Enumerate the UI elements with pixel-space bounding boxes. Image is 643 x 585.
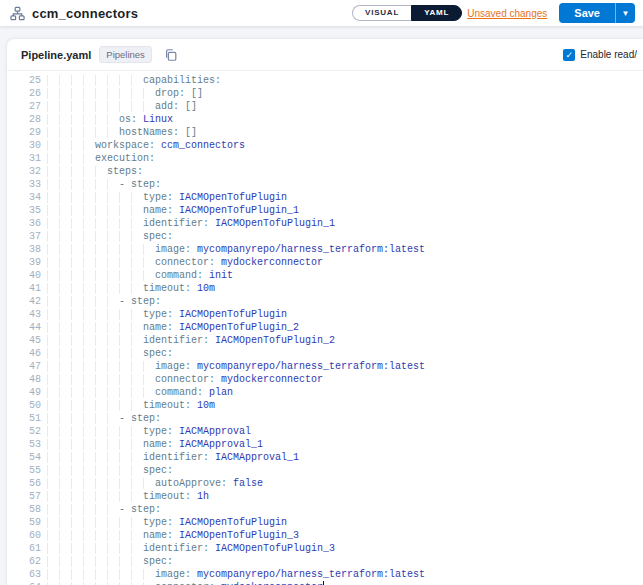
code-line[interactable]: 42 - step: [7,295,643,308]
enable-edit-checkbox[interactable]: ✓ [563,49,575,61]
code-line[interactable]: 28 os: Linux [7,113,643,126]
code-line[interactable]: 61 identifier: IACMOpenTofuPlugin_3 [7,542,643,555]
code-line[interactable]: 48 connector: mydockerconnector [7,373,643,386]
visual-toggle-button[interactable]: VISUAL [352,5,411,21]
code-text[interactable]: drop: [] [47,87,643,100]
line-number[interactable]: 37 [7,230,47,243]
code-line[interactable]: 60 name: IACMOpenTofuPlugin_3 [7,529,643,542]
line-number[interactable]: 45 [7,334,47,347]
line-number[interactable]: 34 [7,191,47,204]
code-text[interactable]: identifier: IACMApproval_1 [47,451,643,464]
code-line[interactable]: 35 name: IACMOpenTofuPlugin_1 [7,204,643,217]
code-text[interactable]: - step: [47,295,643,308]
code-line[interactable]: 33 - step: [7,178,643,191]
code-text[interactable]: workspace: ccm_connectors [47,139,643,152]
code-text[interactable]: - step: [47,503,643,516]
line-number[interactable]: 59 [7,516,47,529]
code-text[interactable]: identifier: IACMOpenTofuPlugin_2 [47,334,643,347]
code-text[interactable]: autoApprove: false [47,477,643,490]
code-text[interactable]: identifier: IACMOpenTofuPlugin_3 [47,542,643,555]
code-text[interactable]: identifier: IACMOpenTofuPlugin_1 [47,217,643,230]
line-number[interactable]: 57 [7,490,47,503]
line-number[interactable]: 54 [7,451,47,464]
code-text[interactable]: image: mycompanyrepo/harness_terraform:l… [47,360,643,373]
line-number[interactable]: 44 [7,321,47,334]
code-line[interactable]: 50 timeout: 10m [7,399,643,412]
code-line[interactable]: 34 type: IACMOpenTofuPlugin [7,191,643,204]
entity-type-badge[interactable]: Pipelines [99,46,152,63]
line-number[interactable]: 50 [7,399,47,412]
code-text[interactable]: timeout: 10m [47,399,643,412]
code-text[interactable]: type: IACMApproval [47,425,643,438]
code-text[interactable]: spec: [47,555,643,568]
line-number[interactable]: 41 [7,282,47,295]
line-number[interactable]: 27 [7,100,47,113]
line-number[interactable]: 39 [7,256,47,269]
code-text[interactable]: hostNames: [] [47,126,643,139]
code-text[interactable]: steps: [47,165,643,178]
line-number[interactable]: 46 [7,347,47,360]
code-text[interactable]: add: [] [47,100,643,113]
line-number[interactable]: 25 [7,74,47,87]
code-text[interactable]: image: mycompanyrepo/harness_terraform:l… [47,568,643,581]
line-number[interactable]: 60 [7,529,47,542]
line-number[interactable]: 49 [7,386,47,399]
code-text[interactable]: execution: [47,152,643,165]
code-text[interactable]: type: IACMOpenTofuPlugin [47,308,643,321]
code-text[interactable]: spec: [47,464,643,477]
code-line[interactable]: 25 capabilities: [7,74,643,87]
line-number[interactable]: 63 [7,568,47,581]
code-line[interactable]: 49 command: plan [7,386,643,399]
code-text[interactable]: - step: [47,412,643,425]
code-line[interactable]: 55 spec: [7,464,643,477]
code-line[interactable]: 40 command: init [7,269,643,282]
code-text[interactable]: connector: mydockerconnector [47,256,643,269]
code-line[interactable]: 27 add: [] [7,100,643,113]
line-number[interactable]: 64 [7,581,47,585]
yaml-toggle-button[interactable]: YAML [411,5,462,21]
code-line[interactable]: 51 - step: [7,412,643,425]
code-line[interactable]: 41 timeout: 10m [7,282,643,295]
line-number[interactable]: 56 [7,477,47,490]
line-number[interactable]: 38 [7,243,47,256]
code-text[interactable]: name: IACMOpenTofuPlugin_2 [47,321,643,334]
code-line[interactable]: 36 identifier: IACMOpenTofuPlugin_1 [7,217,643,230]
code-text[interactable]: connector: mydockerconnector [47,373,643,386]
line-number[interactable]: 43 [7,308,47,321]
line-number[interactable]: 28 [7,113,47,126]
line-number[interactable]: 53 [7,438,47,451]
code-line[interactable]: 45 identifier: IACMOpenTofuPlugin_2 [7,334,643,347]
code-line[interactable]: 43 type: IACMOpenTofuPlugin [7,308,643,321]
line-number[interactable]: 35 [7,204,47,217]
code-line[interactable]: 47 image: mycompanyrepo/harness_terrafor… [7,360,643,373]
code-line[interactable]: 53 name: IACMApproval_1 [7,438,643,451]
code-text[interactable]: os: Linux [47,113,643,126]
line-number[interactable]: 32 [7,165,47,178]
line-number[interactable]: 29 [7,126,47,139]
code-text[interactable]: name: IACMApproval_1 [47,438,643,451]
line-number[interactable]: 61 [7,542,47,555]
code-text[interactable]: type: IACMOpenTofuPlugin [47,191,643,204]
line-number[interactable]: 48 [7,373,47,386]
line-number[interactable]: 40 [7,269,47,282]
code-text[interactable]: timeout: 1h [47,490,643,503]
code-text[interactable]: command: init [47,269,643,282]
code-line[interactable]: 56 autoApprove: false [7,477,643,490]
code-line[interactable]: 38 image: mycompanyrepo/harness_terrafor… [7,243,643,256]
code-text[interactable]: capabilities: [47,74,643,87]
code-line[interactable]: 63 image: mycompanyrepo/harness_terrafor… [7,568,643,581]
code-line[interactable]: 54 identifier: IACMApproval_1 [7,451,643,464]
line-number[interactable]: 51 [7,412,47,425]
code-text[interactable]: spec: [47,347,643,360]
code-line[interactable]: 44 name: IACMOpenTofuPlugin_2 [7,321,643,334]
copy-icon[interactable] [164,48,178,62]
line-number[interactable]: 26 [7,87,47,100]
code-line[interactable]: 52 type: IACMApproval [7,425,643,438]
code-text[interactable]: - step: [47,178,643,191]
code-text[interactable]: connector: mydockerconnector [47,581,643,585]
code-line[interactable]: 32 steps: [7,165,643,178]
yaml-code-editor[interactable]: 25 capabilities:26 drop: []27 add: []28 … [7,71,643,585]
code-line[interactable]: 31 execution: [7,152,643,165]
code-text[interactable]: name: IACMOpenTofuPlugin_1 [47,204,643,217]
code-line[interactable]: 46 spec: [7,347,643,360]
